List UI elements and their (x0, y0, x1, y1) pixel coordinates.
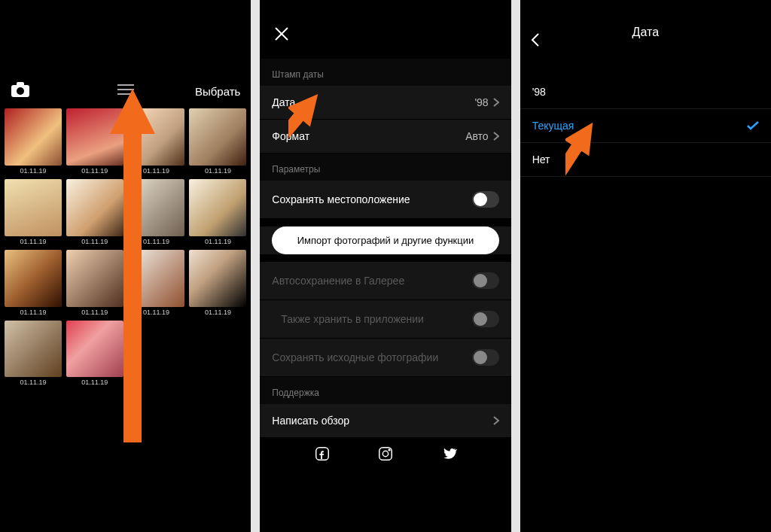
row-label: Также хранить в приложении (281, 313, 424, 325)
svg-rect-1 (17, 82, 24, 87)
thumbnail[interactable]: 01.11.19 (5, 108, 62, 175)
row-label: Сохранять исходные фотографии (272, 351, 438, 363)
toggle-also-store[interactable] (472, 311, 499, 327)
option-label: Текущая (532, 120, 574, 132)
thumbnail-image[interactable] (66, 108, 123, 166)
thumbnail-date: 01.11.19 (20, 378, 46, 386)
thumbnail-image[interactable] (128, 108, 185, 166)
menu-icon[interactable] (90, 84, 134, 99)
settings-row-format[interactable]: Формат Авто (260, 120, 510, 154)
thumbnail-date: 01.11.19 (205, 238, 231, 245)
thumbnail-image[interactable] (189, 179, 246, 236)
thumbnail-date: 01.11.19 (20, 167, 46, 175)
thumbnail-date: 01.11.19 (205, 309, 231, 316)
thumbnail-date: 01.11.19 (205, 167, 231, 175)
thumbnail-image[interactable] (5, 250, 62, 307)
thumbnail[interactable]: 01.11.19 (5, 321, 62, 387)
panel-date: Дата '98 Текущая Нет (520, 0, 771, 532)
select-button[interactable]: Выбрать (195, 85, 240, 98)
thumbnail-image[interactable] (128, 179, 185, 236)
date-header: Дата (520, 0, 771, 53)
import-button[interactable]: Импорт фотографий и другие функции (272, 226, 498, 254)
svg-point-12 (389, 449, 390, 451)
close-icon[interactable] (273, 32, 290, 44)
facebook-icon[interactable] (314, 445, 331, 465)
thumbnail-date: 01.11.19 (81, 167, 108, 175)
thumbnail-date: 01.11.19 (143, 238, 169, 245)
section-header-params: Параметры (260, 154, 510, 181)
row-value: Авто (465, 130, 499, 142)
thumbnail-date: 01.11.19 (20, 309, 46, 316)
thumbnail[interactable]: 01.11.19 (5, 250, 62, 316)
toggle-autosave[interactable] (472, 272, 499, 289)
svg-point-2 (17, 87, 24, 95)
section-header-support: Поддержка (260, 377, 510, 404)
settings-row-date[interactable]: Дата '98 (260, 86, 510, 120)
option-label: '98 (532, 86, 546, 98)
settings-row-review[interactable]: Написать обзор (260, 404, 510, 438)
thumbnail[interactable]: 01.11.19 (66, 250, 123, 316)
thumbnail[interactable]: 01.11.19 (189, 250, 246, 316)
check-icon (747, 121, 759, 130)
panel-settings: Штамп даты Дата '98 Формат Авто Параметр… (260, 0, 510, 532)
settings-row-save-location[interactable]: Сохранять местоположение (260, 181, 510, 219)
row-label: Автосохранение в Галерее (272, 275, 404, 287)
row-value: '98 (474, 96, 498, 108)
thumbnail-image[interactable] (189, 250, 246, 307)
thumbnail-image[interactable] (66, 179, 123, 236)
row-label: Дата (272, 96, 295, 108)
twitter-icon[interactable] (440, 445, 457, 465)
page-title: Дата (632, 26, 659, 39)
row-label: Сохранять местоположение (272, 193, 410, 205)
thumbnail-date: 01.11.19 (143, 309, 169, 316)
toggle-save-originals[interactable] (472, 349, 499, 366)
social-links (260, 438, 510, 473)
settings-top (260, 0, 510, 59)
thumbnail[interactable]: 01.11.19 (5, 179, 62, 245)
thumbnail-date: 01.11.19 (81, 378, 108, 386)
camera-icon[interactable] (11, 81, 30, 101)
thumbnail-image[interactable] (66, 250, 123, 307)
section-header-stamp: Штамп даты (260, 59, 510, 86)
settings-row-autosave[interactable]: Автосохранение в Галерее (260, 262, 510, 300)
thumbnail-image[interactable] (5, 321, 62, 378)
thumbnail-image[interactable] (5, 179, 62, 236)
thumbnail-image[interactable] (189, 108, 246, 166)
settings-row-also-store[interactable]: Также хранить в приложении (260, 300, 510, 339)
row-label: Написать обзор (272, 415, 349, 427)
chevron-right-icon (493, 416, 499, 425)
thumbnail[interactable]: 01.11.19 (128, 108, 185, 175)
thumbnail-image[interactable] (128, 250, 185, 307)
thumbnail[interactable]: 01.11.19 (189, 179, 246, 245)
thumbnail-image[interactable] (5, 108, 62, 166)
date-option-current[interactable]: Текущая (520, 109, 771, 143)
date-option-none[interactable]: Нет (520, 143, 771, 177)
instagram-icon[interactable] (377, 445, 394, 465)
row-label: Формат (272, 130, 309, 142)
thumbnail-grid: 01.11.1901.11.1901.11.1901.11.1901.11.19… (0, 108, 251, 386)
thumbnail[interactable]: 01.11.19 (66, 321, 123, 387)
thumbnail-date: 01.11.19 (20, 238, 46, 245)
svg-point-11 (382, 451, 388, 456)
thumbnail[interactable]: 01.11.19 (189, 108, 246, 175)
panel-gallery: Выбрать 01.11.1901.11.1901.11.1901.11.19… (0, 0, 251, 532)
thumbnail[interactable]: 01.11.19 (128, 179, 185, 245)
thumbnail-date: 01.11.19 (81, 309, 108, 316)
thumbnail-date: 01.11.19 (81, 238, 108, 245)
thumbnail[interactable]: 01.11.19 (66, 179, 123, 245)
thumbnail[interactable]: 01.11.19 (128, 250, 185, 316)
thumbnail-image[interactable] (66, 321, 123, 378)
settings-row-save-originals[interactable]: Сохранять исходные фотографии (260, 339, 510, 377)
thumbnail-date: 01.11.19 (143, 167, 169, 175)
gallery-topbar: Выбрать (0, 71, 251, 108)
toggle-save-location[interactable] (472, 191, 499, 208)
option-label: Нет (532, 154, 550, 166)
date-option-98[interactable]: '98 (520, 75, 771, 109)
thumbnail[interactable]: 01.11.19 (66, 108, 123, 175)
